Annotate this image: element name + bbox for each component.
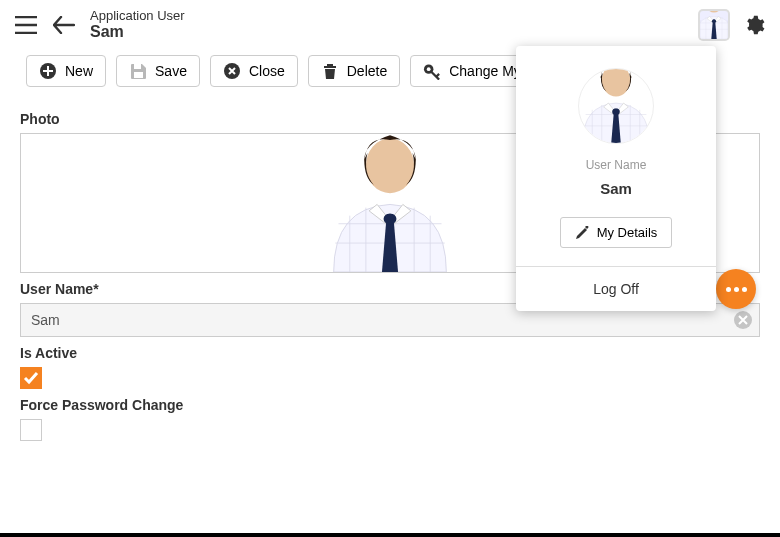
avatar-small[interactable] bbox=[700, 11, 728, 39]
close-button[interactable]: Close bbox=[210, 55, 298, 87]
isactive-label: Is Active bbox=[20, 345, 760, 361]
new-button-label: New bbox=[65, 63, 93, 79]
fab-more[interactable] bbox=[716, 269, 756, 309]
back-icon[interactable] bbox=[52, 13, 76, 37]
logoff-button[interactable]: Log Off bbox=[516, 267, 716, 311]
popover-userlabel: User Name bbox=[586, 158, 647, 172]
forcepwd-checkbox[interactable] bbox=[20, 419, 42, 441]
close-circle-icon bbox=[223, 62, 241, 80]
delete-button-label: Delete bbox=[347, 63, 387, 79]
new-button[interactable]: New bbox=[26, 55, 106, 87]
my-details-label: My Details bbox=[597, 225, 658, 240]
logoff-label: Log Off bbox=[593, 281, 639, 297]
delete-button[interactable]: Delete bbox=[308, 55, 400, 87]
clear-input-icon[interactable] bbox=[734, 311, 752, 329]
popover-username: Sam bbox=[600, 180, 632, 197]
svg-rect-10 bbox=[134, 72, 143, 78]
bottom-border bbox=[0, 533, 780, 537]
my-details-button[interactable]: My Details bbox=[560, 217, 673, 248]
page-header: Application User Sam bbox=[90, 8, 686, 41]
page-subtitle: Application User bbox=[90, 8, 686, 23]
gear-icon[interactable] bbox=[742, 13, 766, 37]
svg-point-13 bbox=[427, 67, 431, 71]
save-icon bbox=[129, 62, 147, 80]
menu-icon[interactable] bbox=[14, 13, 38, 37]
plus-circle-icon bbox=[39, 62, 57, 80]
pencil-icon bbox=[575, 226, 589, 240]
close-button-label: Close bbox=[249, 63, 285, 79]
svg-rect-9 bbox=[134, 64, 141, 69]
forcepwd-label: Force Password Change bbox=[20, 397, 760, 413]
avatar-large bbox=[578, 68, 654, 144]
key-icon bbox=[423, 62, 441, 80]
save-button[interactable]: Save bbox=[116, 55, 200, 87]
isactive-checkbox[interactable] bbox=[20, 367, 42, 389]
trash-icon bbox=[321, 62, 339, 80]
save-button-label: Save bbox=[155, 63, 187, 79]
page-title: Sam bbox=[90, 23, 686, 41]
user-photo bbox=[325, 133, 455, 272]
user-popover: User Name Sam My Details Log Off bbox=[516, 46, 716, 311]
